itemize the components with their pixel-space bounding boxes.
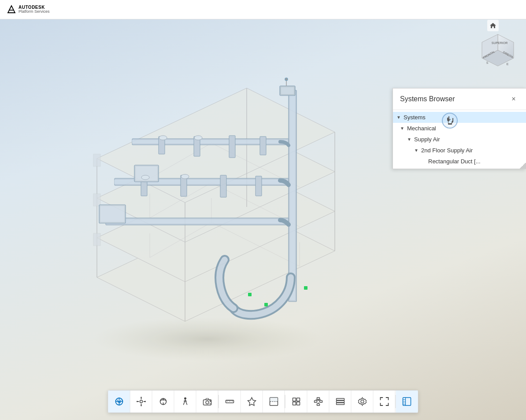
svg-text:S: S	[486, 61, 489, 64]
layers-icon	[335, 397, 345, 406]
tree-label-systems: Systems	[404, 114, 426, 121]
svg-rect-90	[314, 401, 317, 402]
svg-rect-92	[317, 404, 319, 405]
svg-rect-36	[220, 175, 226, 197]
section-icon	[269, 397, 278, 406]
svg-rect-72	[210, 401, 211, 402]
section-tool-button[interactable]	[263, 391, 285, 413]
svg-point-43	[194, 136, 202, 140]
select-tool-button[interactable]	[108, 391, 130, 413]
svg-point-44	[141, 175, 149, 180]
svg-rect-52	[304, 286, 307, 290]
settings-button[interactable]	[352, 391, 374, 413]
camera-tool-button[interactable]	[196, 391, 219, 413]
svg-point-0	[93, 317, 322, 361]
svg-rect-85	[293, 398, 296, 401]
pan-icon	[136, 397, 146, 406]
panel-close-button[interactable]: ×	[508, 94, 519, 104]
systems-panel-button[interactable]	[396, 391, 418, 413]
svg-rect-41	[100, 206, 124, 222]
logo-text: AUTODESK Platform Services	[19, 5, 50, 14]
layers-button[interactable]	[330, 391, 352, 413]
fullscreen-button[interactable]	[374, 391, 396, 413]
autodesk-logo-icon	[7, 5, 16, 14]
walk-tool-button[interactable]	[174, 391, 196, 413]
panel-header: Systems Browser ×	[393, 88, 526, 110]
header-bar: AUTODESK Platform Services	[0, 0, 526, 19]
tree-item-supply-air[interactable]: Supply Air	[393, 134, 526, 145]
explode-icon	[247, 397, 256, 406]
svg-text:E: E	[507, 63, 509, 66]
svg-rect-50	[248, 293, 252, 296]
toolbar	[108, 390, 419, 413]
platform-label: Platform Services	[19, 10, 50, 14]
tree-label-mechanical: Mechanical	[407, 125, 436, 132]
pan-tool-button[interactable]	[130, 391, 152, 413]
svg-rect-32	[229, 136, 235, 158]
panel-content: Systems Mechanical Supply Air 2nd Floor …	[393, 110, 526, 169]
svg-rect-29	[106, 219, 288, 224]
svg-point-49	[285, 78, 288, 81]
svg-point-69	[184, 398, 186, 400]
measure-icon	[225, 397, 234, 406]
logo-area: AUTODESK Platform Services	[7, 5, 50, 14]
explode-tool-button[interactable]	[241, 391, 263, 413]
svg-rect-19	[93, 233, 100, 246]
svg-rect-84	[270, 398, 278, 402]
panel-title: Systems Browser	[400, 95, 455, 103]
viewport[interactable]	[0, 0, 526, 420]
svg-point-42	[159, 136, 167, 140]
svg-point-71	[206, 401, 209, 404]
hierarchy-button[interactable]	[307, 391, 330, 413]
tree-arrow-2nd-floor	[414, 148, 419, 153]
measure-tool-button[interactable]	[219, 391, 241, 413]
svg-marker-81	[248, 398, 256, 405]
viewcube[interactable]: SUPERIOR FRONTAL DIREITA S E	[474, 31, 522, 78]
systems-browser-panel: Systems Browser × Systems Mechanical Sup…	[393, 88, 526, 169]
svg-rect-20	[93, 194, 100, 206]
orbit-tool-button[interactable]	[152, 391, 174, 413]
tree-item-mechanical[interactable]: Mechanical	[393, 123, 526, 134]
viewcube-container[interactable]: SUPERIOR FRONTAL DIREITA S E	[474, 22, 522, 80]
tree-item-systems[interactable]: Systems	[393, 112, 526, 123]
svg-rect-99	[336, 403, 344, 405]
orbit-icon	[158, 397, 168, 406]
svg-point-100	[361, 400, 364, 403]
svg-rect-86	[296, 398, 300, 401]
tree-item-rectangular-duct[interactable]: Rectangular Duct [...	[393, 156, 526, 167]
tree-arrow-systems	[396, 115, 402, 120]
svg-rect-89	[317, 398, 319, 399]
svg-rect-23	[290, 92, 295, 300]
svg-rect-33	[260, 136, 266, 155]
camera-icon	[202, 397, 212, 406]
tree-arrow-supply-air	[407, 137, 412, 142]
svg-rect-97	[336, 398, 344, 400]
svg-rect-21	[93, 154, 100, 166]
select-icon	[114, 396, 124, 407]
svg-rect-87	[293, 402, 296, 405]
home-button[interactable]	[487, 20, 499, 31]
fullscreen-icon	[379, 397, 389, 406]
settings-icon	[357, 397, 367, 406]
svg-rect-91	[319, 401, 322, 402]
svg-point-65	[140, 400, 142, 403]
hierarchy-icon	[313, 397, 323, 406]
tree-arrow-mechanical	[400, 126, 405, 131]
tree-label-supply-air: Supply Air	[414, 136, 440, 143]
svg-point-45	[181, 174, 189, 179]
model-browser-button[interactable]	[285, 391, 307, 413]
tree-item-2nd-floor-supply-air[interactable]: 2nd Floor Supply Air	[393, 145, 526, 156]
tree-label-2nd-floor: 2nd Floor Supply Air	[421, 147, 473, 154]
home-icon	[489, 22, 496, 29]
svg-rect-98	[336, 401, 344, 402]
walk-icon	[180, 397, 190, 406]
svg-text:SUPERIOR: SUPERIOR	[492, 41, 508, 44]
tree-label-rect-duct: Rectangular Duct [...	[428, 158, 481, 165]
model-browser-icon	[291, 397, 301, 406]
svg-rect-47	[281, 87, 294, 94]
panel-resize-handle[interactable]	[520, 162, 526, 169]
building-3d-view	[26, 22, 388, 383]
svg-rect-51	[264, 303, 268, 306]
svg-rect-37	[256, 176, 262, 196]
svg-rect-88	[296, 402, 300, 405]
